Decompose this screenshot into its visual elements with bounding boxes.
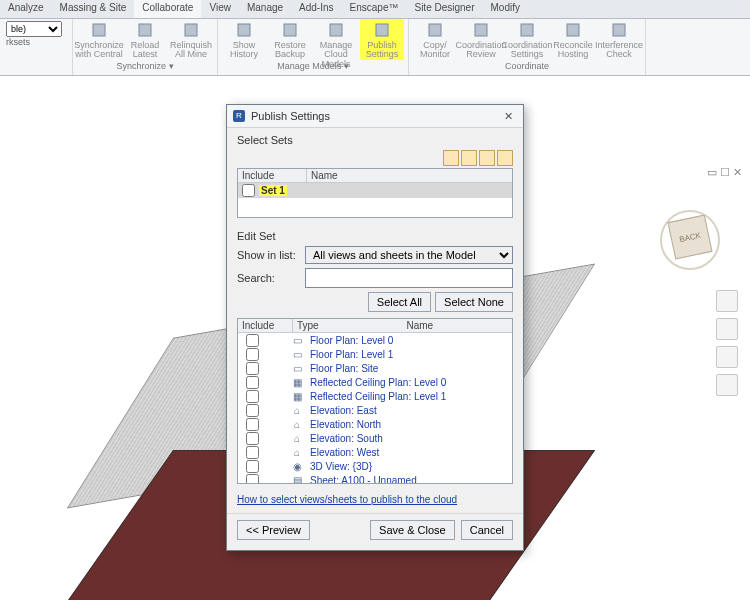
sets-listbox[interactable]: Include Name Set 1: [237, 168, 513, 218]
ribbon-tab-site-designer[interactable]: Site Designer: [406, 0, 482, 18]
view-name[interactable]: Elevation: West: [310, 447, 379, 458]
svg-rect-1: [139, 24, 151, 36]
view-name[interactable]: Floor Plan: Level 0: [310, 335, 393, 346]
sets-header-include: Include: [238, 169, 307, 182]
ribbon-tab-manage[interactable]: Manage: [239, 0, 291, 18]
view-include-checkbox[interactable]: [246, 474, 259, 485]
ribbon-button-icon: [518, 21, 536, 39]
ribbon-button-icon: [472, 21, 490, 39]
view-type-icon: ⌂: [284, 419, 310, 430]
duplicate-set-icon[interactable]: [461, 150, 477, 166]
ribbon-button-copy-monitor[interactable]: Copy/ Monitor: [413, 19, 457, 60]
ribbon-button-icon: [327, 21, 345, 39]
ribbon-button-label: Relinquish All Mine: [169, 41, 213, 60]
ribbon-button-icon: [610, 21, 628, 39]
view-name[interactable]: Elevation: North: [310, 419, 381, 430]
view-type-icon: ▤: [284, 475, 310, 485]
ribbon-button-relinquish-all-mine[interactable]: Relinquish All Mine: [169, 19, 213, 60]
view-name[interactable]: Floor Plan: Level 1: [310, 349, 393, 360]
ribbon-button-reload-latest[interactable]: Reload Latest: [123, 19, 167, 60]
set-row[interactable]: Set 1: [238, 183, 512, 198]
svg-rect-3: [238, 24, 250, 36]
rename-set-icon[interactable]: [479, 150, 495, 166]
worksets-dropdown[interactable]: ble): [6, 21, 62, 37]
worksets-panel: ble) rksets: [0, 19, 73, 75]
ribbon-button-label: Show History: [222, 41, 266, 60]
set-name: Set 1: [259, 185, 287, 196]
ribbon-button-icon: [136, 21, 154, 39]
ribbon-panel: Synchronize with CentralReload LatestRel…: [73, 19, 218, 75]
ribbon-tab-view[interactable]: View: [201, 0, 239, 18]
dialog-titlebar[interactable]: R Publish Settings ✕: [227, 105, 523, 128]
new-set-icon[interactable]: [443, 150, 459, 166]
view-name[interactable]: Floor Plan: Site: [310, 363, 378, 374]
ribbon-button-show-history[interactable]: Show History: [222, 19, 266, 60]
ribbon-button-restore-backup[interactable]: Restore Backup: [268, 19, 312, 60]
ribbon-tab-modify[interactable]: Modify: [483, 0, 528, 18]
nav-pan-icon[interactable]: [716, 318, 738, 340]
ribbon-button-icon: [235, 21, 253, 39]
view-type-icon: ▭: [284, 363, 310, 374]
save-close-button[interactable]: Save & Close: [370, 520, 455, 540]
nav-wheel-icon[interactable]: [716, 290, 738, 312]
delete-set-icon[interactable]: [497, 150, 513, 166]
nav-orbit-icon[interactable]: [716, 374, 738, 396]
ribbon-button-icon: [182, 21, 200, 39]
ribbon-panel: Copy/ MonitorCoordination ReviewCoordina…: [409, 19, 646, 75]
cancel-button[interactable]: Cancel: [461, 520, 513, 540]
publish-settings-dialog: R Publish Settings ✕ Select Sets Include…: [226, 104, 524, 551]
ribbon-button-interference-check[interactable]: Interference Check: [597, 19, 641, 60]
svg-rect-4: [284, 24, 296, 36]
view-window-controls[interactable]: ▭ ☐ ✕: [707, 166, 742, 179]
set-include-checkbox[interactable]: [242, 184, 255, 197]
ribbon-tab-massing-site[interactable]: Massing & Site: [52, 0, 135, 18]
ribbon-button-publish-settings[interactable]: Publish Settings: [360, 19, 404, 60]
svg-rect-11: [613, 24, 625, 36]
ribbon-button-label: Interference Check: [595, 41, 643, 60]
ribbon-button-coordination-settings[interactable]: Coordination Settings: [505, 19, 549, 60]
search-input[interactable]: [305, 268, 513, 288]
sets-toolbar: [227, 148, 523, 168]
ribbon-button-icon: [281, 21, 299, 39]
view-name[interactable]: Reflected Ceiling Plan: Level 1: [310, 391, 446, 402]
ribbon-button-icon: [90, 21, 108, 39]
ribbon-button-synchronize-with-central[interactable]: Synchronize with Central: [77, 19, 121, 60]
ribbon-panel: Show HistoryRestore BackupManage Cloud M…: [218, 19, 409, 75]
preview-button[interactable]: << Preview: [237, 520, 310, 540]
ribbon-button-label: Reconcile Hosting: [551, 41, 595, 60]
svg-rect-8: [475, 24, 487, 36]
ribbon-tab-analyze[interactable]: Analyze: [0, 0, 52, 18]
ribbon-panel-name: Synchronize ▾: [116, 61, 173, 72]
ribbon-tab-add-ins[interactable]: Add-Ins: [291, 0, 341, 18]
sets-header-name: Name: [307, 169, 512, 182]
view-name[interactable]: Reflected Ceiling Plan: Level 0: [310, 377, 446, 388]
ribbon-tab-collaborate[interactable]: Collaborate: [134, 0, 201, 18]
view-name[interactable]: Elevation: East: [310, 405, 377, 416]
view-type-icon: ▦: [284, 377, 310, 388]
nav-zoom-icon[interactable]: [716, 346, 738, 368]
select-all-button[interactable]: Select All: [368, 292, 431, 312]
view-name[interactable]: Sheet: A100 - Unnamed: [310, 475, 417, 485]
views-header-name: Name: [403, 319, 513, 332]
view-type-icon: ⌂: [284, 405, 310, 416]
svg-rect-5: [330, 24, 342, 36]
ribbon-button-coordination-review[interactable]: Coordination Review: [459, 19, 503, 60]
view-row[interactable]: ▤Sheet: A100 - Unnamed: [238, 473, 512, 484]
ribbon-button-icon: [564, 21, 582, 39]
ribbon-button-reconcile-hosting[interactable]: Reconcile Hosting: [551, 19, 595, 60]
ribbon-tab-enscape-[interactable]: Enscape™: [342, 0, 407, 18]
search-label: Search:: [237, 272, 299, 284]
select-sets-label: Select Sets: [227, 128, 523, 148]
viewcube[interactable]: BACK: [660, 210, 720, 270]
ribbon-button-label: Publish Settings: [360, 41, 404, 60]
view-type-icon: ⌂: [284, 433, 310, 444]
select-none-button[interactable]: Select None: [435, 292, 513, 312]
view-name[interactable]: Elevation: South: [310, 433, 383, 444]
help-link[interactable]: How to select views/sheets to publish to…: [227, 490, 467, 513]
ribbon-button-label: Coordination Review: [455, 41, 506, 60]
views-listbox[interactable]: Include Type Name ▭Floor Plan: Level 0▭F…: [237, 318, 513, 484]
close-icon[interactable]: ✕: [499, 110, 517, 123]
show-in-list-dropdown[interactable]: All views and sheets in the Model: [305, 246, 513, 264]
show-in-list-label: Show in list:: [237, 249, 299, 261]
view-name[interactable]: 3D View: {3D}: [310, 461, 372, 472]
